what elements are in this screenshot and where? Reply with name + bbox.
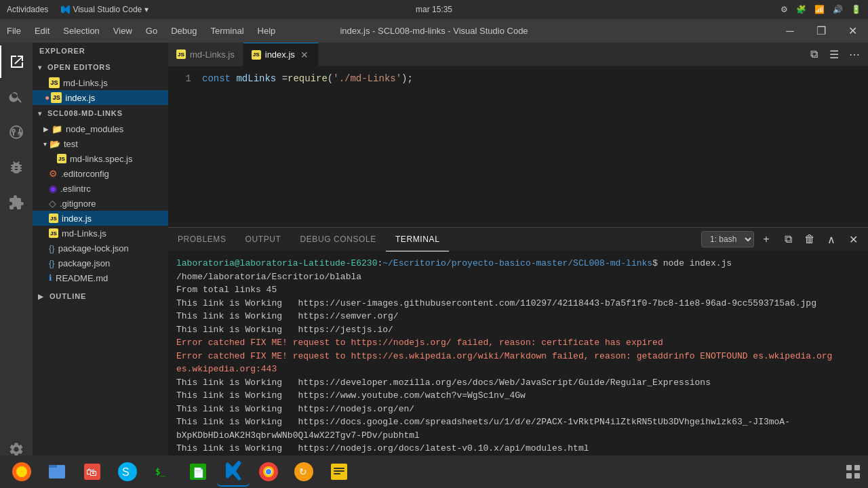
- kill-terminal-button[interactable]: 🗑: [800, 230, 819, 249]
- code-content[interactable]: const mdLinks =require('./md-Links');: [202, 72, 868, 222]
- taskbar-libreoffice[interactable]: 📄: [182, 457, 214, 487]
- json-icon: {}: [49, 258, 55, 268]
- chrome-icon: [258, 461, 279, 483]
- chevron-down-icon-2: ▾: [38, 110, 42, 117]
- project-header[interactable]: ▾ SCL008-MD-LINKS: [33, 105, 168, 121]
- panel-tab-terminal[interactable]: TERMINAL: [386, 228, 449, 251]
- outline-label: Outline: [50, 292, 86, 300]
- menu-edit[interactable]: Edit: [28, 19, 56, 43]
- software-update-icon: ↻: [293, 461, 315, 483]
- taskbar-store[interactable]: 🛍: [76, 457, 108, 487]
- panel-tab-problems[interactable]: PROBLEMS: [168, 228, 236, 251]
- debug-icon: [8, 159, 24, 176]
- menu-go[interactable]: Go: [139, 19, 164, 43]
- settings-icon[interactable]: ⚙: [781, 5, 788, 14]
- tree-md-links[interactable]: JS md-Links.js: [33, 226, 168, 241]
- activity-bar: [0, 43, 33, 471]
- tree-test[interactable]: ▾ 📂 test: [33, 136, 168, 151]
- taskbar-grid-button[interactable]: [844, 462, 863, 481]
- svg-rect-25: [854, 473, 860, 479]
- actividades-label[interactable]: Actividades: [7, 5, 48, 14]
- svg-text:🛍: 🛍: [86, 466, 97, 478]
- terminal-line-2: From total links 45: [176, 283, 860, 297]
- tab-index[interactable]: JS index.js ✕: [243, 43, 319, 66]
- activity-explorer[interactable]: [0, 45, 33, 78]
- menu-debug[interactable]: Debug: [164, 19, 203, 43]
- maximize-panel-button[interactable]: ∧: [822, 230, 841, 249]
- taskbar-files[interactable]: [41, 457, 73, 487]
- panel-tabs: PROBLEMS OUTPUT DEBUG CONSOLE TERMINAL 1…: [168, 228, 868, 251]
- split-editor-button[interactable]: ⧉: [804, 45, 823, 64]
- volume-icon[interactable]: 🔊: [833, 5, 843, 14]
- terminal-shell-selector[interactable]: 1: bash: [701, 231, 754, 247]
- vscode-taskbar-icon: [222, 460, 244, 482]
- close-panel-button[interactable]: ✕: [844, 230, 863, 249]
- restore-button[interactable]: ❐: [806, 19, 837, 43]
- more-actions-button[interactable]: ⋯: [845, 45, 864, 64]
- menu-help[interactable]: Help: [251, 19, 283, 43]
- extension-icon[interactable]: 🧩: [796, 5, 806, 14]
- taskbar-chrome[interactable]: [252, 457, 285, 487]
- new-terminal-button[interactable]: +: [757, 230, 776, 249]
- gear-icon-small: ⚙: [49, 168, 58, 179]
- taskbar-firefox[interactable]: [5, 457, 38, 487]
- skype-icon: S: [117, 461, 138, 483]
- menu-file[interactable]: File: [0, 19, 28, 43]
- tree-package-lock[interactable]: {} package-lock.json: [33, 241, 168, 256]
- svg-point-15: [266, 469, 271, 474]
- index-js-label: index.js: [62, 214, 92, 224]
- tree-node-modules[interactable]: ▶ 📁 node_modules: [33, 121, 168, 136]
- menu-view[interactable]: View: [106, 19, 139, 43]
- firefox-icon: [11, 461, 33, 483]
- tree-readme[interactable]: ℹ README.md: [33, 270, 168, 285]
- system-bar: Actividades Visual Studio Code ▾ mar 15:…: [0, 0, 868, 19]
- open-editor-index[interactable]: ● JS index.js: [33, 90, 168, 105]
- project-label: SCL008-MD-LINKS: [47, 109, 123, 117]
- outline-header[interactable]: ▶ Outline: [33, 288, 168, 304]
- taskbar-vscode[interactable]: [217, 457, 250, 487]
- terminal-line-3: This link is Working https://user-images…: [176, 297, 860, 310]
- taskbar-terminal[interactable]: $_: [146, 457, 179, 487]
- tab-md-links[interactable]: JS md-Links.js: [168, 43, 243, 66]
- menu-terminal[interactable]: Terminal: [203, 19, 250, 43]
- svg-text:↻: ↻: [299, 466, 307, 477]
- tree-package-json[interactable]: {} package.json: [33, 256, 168, 270]
- explorer-header-label: Explorer: [39, 47, 85, 55]
- explorer-header[interactable]: Explorer: [33, 43, 168, 59]
- git-file-icon: ◇: [49, 198, 56, 209]
- line-numbers: 1: [168, 72, 202, 222]
- tree-spec-file[interactable]: JS md-links.spec.js: [33, 151, 168, 166]
- wifi-icon[interactable]: 📶: [814, 5, 825, 14]
- terminal-content[interactable]: laboratoria@laboratoria-Latitude-E6230:~…: [168, 251, 868, 471]
- taskbar-skype[interactable]: S: [111, 457, 144, 487]
- battery-icon[interactable]: 🔋: [851, 5, 861, 14]
- chevron-down-icon: ▾: [38, 64, 42, 71]
- terminal-line-1: /home/laboratoria/Escritorio/blabla: [176, 270, 860, 284]
- taskbar-notes[interactable]: [323, 457, 355, 487]
- menu-selection[interactable]: Selection: [56, 19, 106, 43]
- taskbar-software-update[interactable]: ↻: [288, 457, 320, 487]
- extensions-icon: [8, 195, 24, 211]
- activity-search[interactable]: [0, 81, 33, 113]
- split-terminal-button[interactable]: ⧉: [778, 230, 797, 249]
- panel-tab-debug-console[interactable]: DEBUG CONSOLE: [290, 228, 386, 251]
- activity-source-control[interactable]: [0, 116, 33, 148]
- spec-file-label: md-links.spec.js: [70, 154, 132, 164]
- tree-eslintrc[interactable]: ◉ .eslintrc: [33, 181, 168, 196]
- tab-close-button[interactable]: ✕: [299, 49, 310, 60]
- tree-index-js[interactable]: JS index.js: [33, 211, 168, 226]
- svg-point-1: [16, 466, 27, 477]
- js-file-icon: JS: [49, 77, 60, 88]
- minimize-button[interactable]: ─: [774, 19, 806, 43]
- close-button[interactable]: ✕: [837, 19, 868, 43]
- panel-tab-output[interactable]: OUTPUT: [236, 228, 291, 251]
- activity-debug[interactable]: [0, 151, 33, 184]
- terminal-line-10: This link is Working https://nodejs.org/…: [176, 403, 860, 416]
- tree-gitignore[interactable]: ◇ .gitignore: [33, 196, 168, 211]
- vscode-app-name[interactable]: Visual Studio Code ▾: [59, 4, 149, 15]
- open-editors-header[interactable]: ▾ Open Editors: [33, 59, 168, 75]
- toggle-sidebar-button[interactable]: ☰: [825, 45, 844, 64]
- tree-editorconfig[interactable]: ⚙ .editorconfig: [33, 166, 168, 181]
- open-editor-md-links[interactable]: JS md-Links.js: [33, 75, 168, 90]
- activity-extensions[interactable]: [0, 186, 33, 219]
